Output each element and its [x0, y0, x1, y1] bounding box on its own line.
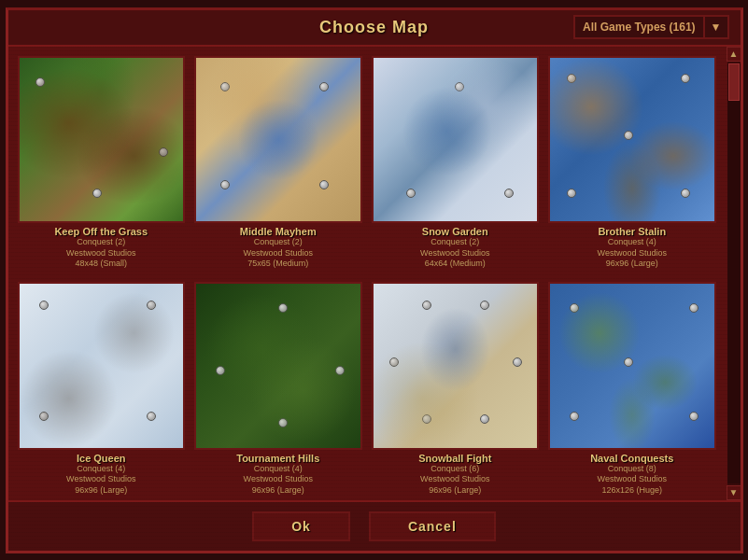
- control-point: [480, 414, 489, 424]
- filter-dropdown[interactable]: All Game Types (161) ▼: [573, 15, 728, 39]
- dialog-footer: Ok Cancel: [8, 500, 741, 551]
- control-point: [624, 357, 633, 367]
- dialog-title: Choose Map: [319, 18, 429, 37]
- control-point: [681, 74, 690, 83]
- map-size-1: 48x48 (Small): [54, 259, 148, 270]
- map-studio-5: Westwood Studios: [66, 474, 135, 485]
- control-point: [513, 357, 522, 367]
- control-point: [92, 189, 102, 198]
- map-thumbnail-6: [194, 282, 362, 450]
- control-point: [319, 82, 329, 91]
- map-type-5: Conquest (4): [66, 464, 135, 475]
- map-size-3: 64x64 (Medium): [420, 259, 489, 270]
- control-point: [216, 366, 225, 375]
- dialog-header: Choose Map All Game Types (161) ▼: [8, 10, 741, 47]
- map-type-1: Conquest (2): [54, 237, 148, 248]
- ok-button[interactable]: Ok: [252, 511, 350, 541]
- map-type-4: Conquest (4): [598, 237, 667, 248]
- map-info-8: Naval Conquests Conquest (8) Westwood St…: [588, 450, 675, 499]
- map-info-1: Keep Off the Grass Conquest (2) Westwood…: [52, 223, 149, 273]
- map-studio-7: Westwood Studios: [418, 474, 491, 485]
- cancel-button[interactable]: Cancel: [369, 511, 496, 541]
- map-info-6: Tournament Hills Conquest (4) Westwood S…: [234, 450, 321, 499]
- map-type-8: Conquest (8): [590, 464, 673, 475]
- filter-arrow-button[interactable]: ▼: [705, 15, 729, 39]
- control-point: [504, 189, 514, 198]
- map-thumbnail-8: [548, 282, 716, 450]
- map-size-6: 96x96 (Large): [236, 485, 319, 497]
- map-type-6: Conquest (4): [236, 464, 319, 475]
- content-area: Keep Off the Grass Conquest (2) Westwood…: [8, 47, 741, 500]
- control-point: [147, 301, 156, 310]
- filter-button[interactable]: All Game Types (161): [573, 15, 705, 39]
- map-thumbnail-5: [18, 282, 186, 450]
- control-point: [406, 189, 416, 198]
- scroll-thumb[interactable]: [728, 63, 740, 101]
- map-studio-6: Westwood Studios: [236, 474, 319, 485]
- control-point: [681, 189, 690, 198]
- map-name-2: Middle Mayhem: [240, 226, 317, 237]
- control-point: [422, 414, 431, 424]
- scroll-down-button[interactable]: ▼: [727, 485, 741, 500]
- scrollbar: ▲ ▼: [726, 47, 741, 500]
- map-studio-1: Westwood Studios: [54, 248, 148, 259]
- map-item-snow-garden[interactable]: Snow Garden Conquest (2) Westwood Studio…: [370, 54, 542, 275]
- map-item-middle-mayhem[interactable]: Middle Mayhem Conquest (2) Westwood Stud…: [192, 54, 364, 275]
- control-point: [689, 303, 699, 313]
- scroll-up-button[interactable]: ▲: [727, 47, 741, 62]
- maps-grid: Keep Off the Grass Conquest (2) Westwood…: [16, 54, 718, 500]
- map-item-snowball-fight[interactable]: Snowball Fight Conquest (6) Westwood Stu…: [370, 280, 542, 499]
- map-info-7: Snowball Fight Conquest (6) Westwood Stu…: [416, 450, 493, 499]
- choose-map-dialog: Choose Map All Game Types (161) ▼ Keep O…: [6, 7, 743, 553]
- map-type-3: Conquest (2): [420, 237, 489, 248]
- control-point: [39, 412, 49, 421]
- map-item-naval-conquests[interactable]: Naval Conquests Conquest (8) Westwood St…: [546, 280, 718, 499]
- map-info-3: Snow Garden Conquest (2) Westwood Studio…: [418, 223, 491, 273]
- map-size-4: 96x96 (Large): [598, 259, 667, 270]
- map-name-6: Tournament Hills: [236, 453, 319, 464]
- maps-container: Keep Off the Grass Conquest (2) Westwood…: [8, 47, 726, 500]
- control-point: [389, 357, 399, 367]
- map-thumbnail-4: [548, 56, 716, 224]
- control-point: [159, 147, 168, 157]
- map-item-keep-off-the-grass[interactable]: Keep Off the Grass Conquest (2) Westwood…: [16, 54, 188, 275]
- control-point: [567, 189, 576, 198]
- map-name-3: Snow Garden: [420, 226, 489, 237]
- map-studio-8: Westwood Studios: [590, 474, 673, 485]
- control-point: [480, 301, 489, 310]
- scroll-track: [727, 63, 741, 483]
- map-item-ice-queen[interactable]: Ice Queen Conquest (4) Westwood Studios …: [16, 280, 188, 499]
- map-item-tournament-hills[interactable]: Tournament Hills Conquest (4) Westwood S…: [192, 280, 364, 499]
- map-info-2: Middle Mayhem Conquest (2) Westwood Stud…: [238, 223, 318, 273]
- map-studio-4: Westwood Studios: [598, 248, 667, 259]
- control-point: [689, 412, 699, 421]
- map-name-4: Brother Stalin: [598, 226, 667, 237]
- map-thumbnail-3: [372, 56, 540, 224]
- map-thumbnail-1: [18, 56, 186, 224]
- map-type-2: Conquest (2): [240, 237, 317, 248]
- control-point: [35, 77, 45, 87]
- map-name-5: Ice Queen: [66, 453, 135, 464]
- map-size-5: 96x96 (Large): [66, 485, 135, 497]
- map-item-brother-stalin[interactable]: Brother Stalin Conquest (4) Westwood Stu…: [546, 54, 718, 275]
- map-studio-2: Westwood Studios: [240, 248, 317, 259]
- map-studio-3: Westwood Studios: [420, 248, 489, 259]
- control-point: [220, 82, 230, 91]
- control-point: [570, 412, 579, 421]
- control-point: [319, 180, 329, 189]
- control-point: [278, 303, 288, 313]
- control-point: [455, 82, 464, 91]
- map-size-8: 126x126 (Huge): [590, 485, 673, 497]
- map-name-7: Snowball Fight: [418, 453, 491, 464]
- map-name-1: Keep Off the Grass: [54, 226, 148, 237]
- map-info-5: Ice Queen Conquest (4) Westwood Studios …: [64, 450, 137, 499]
- map-type-7: Conquest (6): [418, 464, 491, 475]
- map-size-2: 75x65 (Medium): [240, 259, 317, 270]
- control-point: [278, 418, 288, 427]
- map-name-8: Naval Conquests: [590, 453, 673, 464]
- control-point: [570, 303, 579, 313]
- control-point: [335, 366, 345, 375]
- map-thumbnail-7: [372, 282, 540, 450]
- map-size-7: 96x96 (Large): [418, 485, 491, 497]
- control-point: [567, 74, 576, 83]
